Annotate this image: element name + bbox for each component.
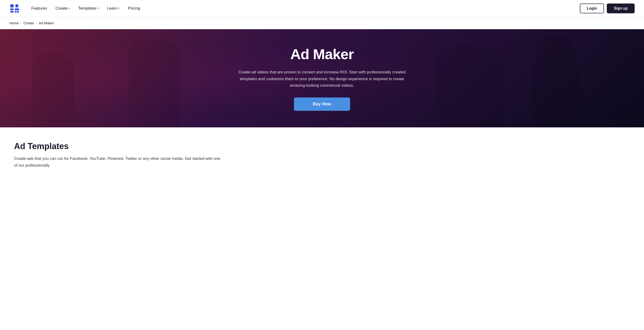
nav-learn[interactable]: Learn ▾ bbox=[104, 4, 123, 13]
nav-features[interactable]: Features bbox=[28, 4, 50, 13]
ad-templates-section: Ad Templates Create ads that you can run… bbox=[0, 127, 644, 178]
nav-create[interactable]: Create ▾ bbox=[52, 4, 73, 13]
signup-button[interactable]: Sign up bbox=[607, 3, 635, 13]
nav-templates[interactable]: Templates ▾ bbox=[75, 4, 102, 13]
ad-templates-subtitle: Create ads that you can run for Facebook… bbox=[14, 156, 225, 169]
create-chevron-icon: ▾ bbox=[68, 7, 70, 10]
templates-chevron-icon: ▾ bbox=[97, 7, 99, 10]
navbar-left: Features Create ▾ Templates ▾ Learn ▾ Pr… bbox=[9, 3, 144, 13]
svg-rect-2 bbox=[10, 8, 14, 10]
svg-rect-5 bbox=[15, 8, 19, 10]
svg-rect-1 bbox=[10, 4, 14, 7]
breadcrumb-current: Ad Maker bbox=[39, 21, 54, 25]
svg-rect-7 bbox=[17, 11, 19, 13]
breadcrumb-separator-1: › bbox=[20, 21, 22, 25]
navbar: Features Create ▾ Templates ▾ Learn ▾ Pr… bbox=[0, 0, 644, 17]
svg-rect-6 bbox=[15, 11, 16, 13]
logo-icon bbox=[9, 3, 20, 13]
nav-pricing[interactable]: Pricing bbox=[125, 4, 144, 13]
learn-chevron-icon: ▾ bbox=[118, 7, 120, 10]
hero-section: Ad Maker Create ad videos that are prove… bbox=[0, 29, 644, 127]
hero-content: Ad Maker Create ad videos that are prove… bbox=[228, 46, 416, 111]
buy-now-button[interactable]: Buy Now bbox=[294, 97, 350, 111]
hero-title: Ad Maker bbox=[238, 46, 406, 62]
ad-templates-title: Ad Templates bbox=[14, 141, 630, 151]
nav-links: Features Create ▾ Templates ▾ Learn ▾ Pr… bbox=[28, 4, 144, 13]
breadcrumb-separator-2: › bbox=[36, 21, 37, 25]
logo[interactable] bbox=[9, 3, 20, 13]
breadcrumb-create[interactable]: Create bbox=[24, 21, 34, 25]
breadcrumb-home[interactable]: Home bbox=[9, 21, 19, 25]
svg-point-4 bbox=[15, 4, 18, 7]
svg-rect-3 bbox=[10, 11, 14, 13]
hero-subtitle: Create ad videos that are proven to conv… bbox=[238, 69, 406, 89]
breadcrumb: Home › Create › Ad Maker bbox=[0, 17, 644, 29]
login-button[interactable]: Login bbox=[580, 3, 604, 13]
navbar-right: Login Sign up bbox=[580, 3, 635, 13]
